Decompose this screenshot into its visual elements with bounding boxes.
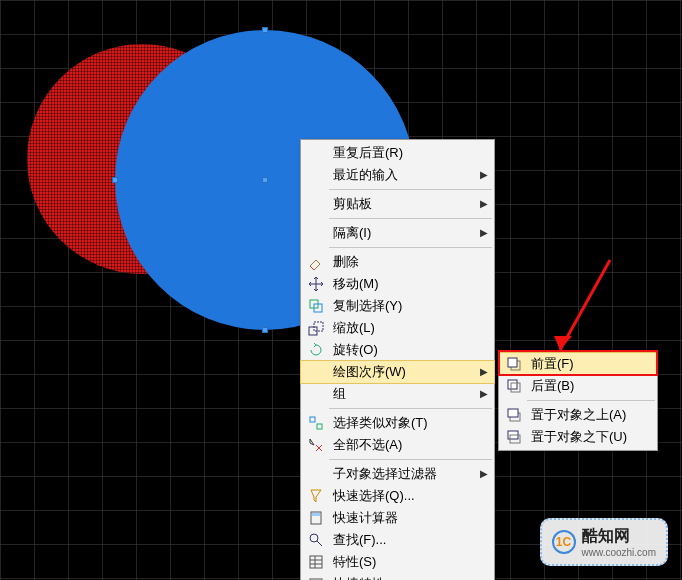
menu-item-quick-properties[interactable]: 快捷特性 [301,573,494,580]
menu-item-label: 组 [327,385,346,403]
menu-item-label: 绘图次序(W) [327,363,406,381]
menu-item-scale[interactable]: 缩放(L) [301,317,494,339]
menu-item-label: 最近的输入 [327,166,398,184]
menu-item-label: 置于对象之上(A) [525,406,626,424]
send-back-icon [506,378,522,394]
annotation-arrow-icon [550,250,630,370]
quick-select-icon [308,488,324,504]
menu-item-label: 特性(S) [327,553,376,571]
menu-item-subobject-filter[interactable]: 子对象选择过滤器▶ [301,463,494,485]
watermark-title: 酷知网 [582,527,630,544]
menu-separator [329,459,492,460]
menu-item-find[interactable]: 查找(F)... [301,529,494,551]
submenu-item-below-object[interactable]: 置于对象之下(U) [499,426,657,448]
svg-rect-5 [317,424,322,429]
selection-grip-icon[interactable] [262,177,268,183]
above-obj-icon [506,407,522,423]
deselect-icon [308,437,324,453]
menu-separator [527,400,655,401]
menu-item-label: 删除 [327,253,359,271]
menu-item-draw-order[interactable]: 绘图次序(W)▶ [301,361,494,383]
menu-item-label: 查找(F)... [327,531,386,549]
menu-item-group[interactable]: 组▶ [301,383,494,405]
menu-item-label: 移动(M) [327,275,379,293]
menu-item-label: 后置(B) [525,377,574,395]
menu-item-label: 置于对象之下(U) [525,428,627,446]
menu-separator [329,189,492,190]
below-obj-icon [506,429,522,445]
svg-rect-16 [508,409,518,417]
svg-rect-7 [312,513,320,516]
menu-item-label: 子对象选择过滤器 [327,465,437,483]
menu-item-deselect-all[interactable]: 全部不选(A) [301,434,494,456]
scale-icon [308,320,324,336]
menu-item-clipboard[interactable]: 剪贴板▶ [301,193,494,215]
menu-separator [329,218,492,219]
svg-point-8 [310,534,318,542]
qprops-icon [308,576,324,580]
menu-item-recent-input[interactable]: 最近的输入▶ [301,164,494,186]
chevron-right-icon: ▶ [480,468,488,479]
submenu-item-above-object[interactable]: 置于对象之上(A) [499,404,657,426]
menu-item-label: 隔离(I) [327,224,371,242]
find-icon [308,532,324,548]
submenu-item-send-back[interactable]: 后置(B) [499,375,657,397]
menu-item-label: 快捷特性 [327,575,385,580]
menu-item-label: 旋转(O) [327,341,378,359]
menu-item-repeat[interactable]: 重复后置(R) [301,142,494,164]
menu-item-properties[interactable]: 特性(S) [301,551,494,573]
menu-item-label: 快速选择(Q)... [327,487,415,505]
menu-item-quick-calc[interactable]: 快速计算器 [301,507,494,529]
menu-separator [329,247,492,248]
menu-item-label: 复制选择(Y) [327,297,402,315]
menu-item-label: 选择类似对象(T) [327,414,428,432]
copy-icon [308,298,324,314]
watermark: 1C 酷知网 www.coozhi.com [540,518,668,566]
menu-separator [329,408,492,409]
menu-item-label: 剪贴板 [327,195,372,213]
menu-item-label: 缩放(L) [327,319,375,337]
menu-item-isolate[interactable]: 隔离(I)▶ [301,222,494,244]
menu-item-move[interactable]: 移动(M) [301,273,494,295]
move-icon [308,276,324,292]
chevron-right-icon: ▶ [480,198,488,209]
svg-marker-20 [554,336,572,350]
select-similar-icon [308,415,324,431]
rotate-icon [308,342,324,358]
selection-grip-icon[interactable] [262,27,268,33]
watermark-logo-icon: 1C [552,530,576,554]
context-menu: 重复后置(R) 最近的输入▶ 剪贴板▶ 隔离(I)▶ 删除 移动(M) 复制选择… [300,139,495,580]
props-icon [308,554,324,570]
menu-item-label: 重复后置(R) [327,144,403,162]
svg-rect-9 [310,556,322,568]
svg-rect-13 [508,380,517,389]
menu-item-quick-select[interactable]: 快速选择(Q)... [301,485,494,507]
menu-item-label: 快速计算器 [327,509,398,527]
menu-item-select-similar[interactable]: 选择类似对象(T) [301,412,494,434]
svg-rect-4 [310,417,315,422]
svg-rect-12 [508,358,517,367]
selection-grip-icon[interactable] [112,177,118,183]
menu-item-rotate[interactable]: 旋转(O) [301,339,494,361]
erase-icon [308,254,324,270]
selection-grip-icon[interactable] [262,327,268,333]
chevron-right-icon: ▶ [480,388,488,399]
calc-icon [308,510,324,526]
chevron-right-icon: ▶ [480,227,488,238]
menu-item-label: 全部不选(A) [327,436,402,454]
menu-item-delete[interactable]: 删除 [301,251,494,273]
bring-front-icon [506,356,522,372]
chevron-right-icon: ▶ [480,366,488,377]
watermark-url: www.coozhi.com [582,547,656,558]
chevron-right-icon: ▶ [480,169,488,180]
menu-item-copy-selection[interactable]: 复制选择(Y) [301,295,494,317]
